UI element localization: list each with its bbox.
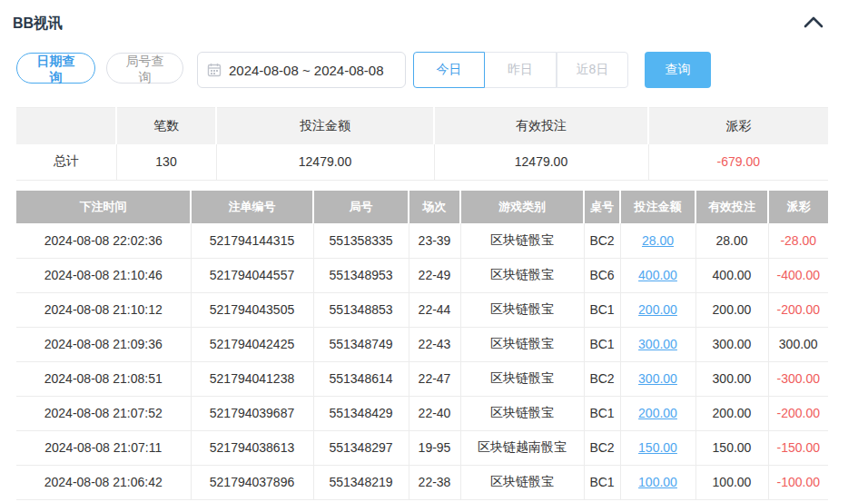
- bet-amount-link[interactable]: 200.00: [638, 406, 677, 420]
- cell-valid-bet: 300.00: [695, 361, 768, 396]
- cell-bet-time: 2024-08-08 21:08:51: [16, 361, 191, 396]
- bet-amount-link[interactable]: 100.00: [638, 475, 677, 489]
- cell-bet-amount: 100.00: [620, 465, 695, 499]
- cell-valid-bet: 150.00: [695, 430, 768, 465]
- summary-total-row: 总计 130 12479.00 12479.00 -679.00: [16, 144, 828, 181]
- date-range-value: 2024-08-08 ~ 2024-08-08: [229, 63, 384, 78]
- cell-order-id: 521794043505: [191, 292, 313, 327]
- cell-order-id: 521794041238: [191, 361, 313, 396]
- collapse-panel-button[interactable]: [799, 11, 828, 34]
- cell-payout: 300.00: [768, 327, 828, 361]
- table-row: 2024-08-08 21:08:51 521794041238 5513486…: [16, 361, 828, 396]
- cell-table-no: BC6: [584, 258, 620, 292]
- cell-game-type: 区块链骰宝: [460, 292, 584, 327]
- table-row: 2024-08-08 21:10:12 521794043505 5513488…: [16, 292, 828, 327]
- bet-amount-link[interactable]: 300.00: [638, 371, 677, 386]
- cell-game-type: 区块链骰宝: [460, 361, 584, 396]
- cell-session: 22-47: [409, 361, 460, 396]
- quick-range-group: 今日 昨日 近8日: [413, 52, 628, 88]
- cell-table-no: BC2: [584, 223, 620, 258]
- cell-session: 22-43: [409, 327, 460, 361]
- bet-amount-link[interactable]: 300.00: [638, 337, 677, 351]
- cell-round-id: 551348297: [313, 430, 409, 465]
- bet-amount-link[interactable]: 400.00: [638, 268, 677, 282]
- cell-round-id: 551348614: [313, 361, 409, 396]
- cell-bet-time: 2024-08-08 22:02:36: [16, 223, 191, 258]
- summary-bet-amount: 12479.00: [216, 144, 434, 181]
- table-row: 2024-08-08 21:07:11 521794038613 5513482…: [16, 430, 828, 465]
- cell-order-id: 521794039687: [191, 396, 313, 430]
- summary-header-row: 笔数 投注金额 有效投注 派彩: [16, 108, 828, 144]
- cell-valid-bet: 400.00: [695, 258, 768, 292]
- cell-payout: -150.00: [768, 430, 828, 465]
- cell-bet-time: 2024-08-08 21:07:52: [16, 396, 191, 430]
- header-valid-bet: 有效投注: [695, 191, 768, 223]
- cell-table-no: BC1: [584, 292, 620, 327]
- summary-payout: -679.00: [648, 144, 828, 181]
- cell-round-id: 551348219: [313, 465, 409, 499]
- summary-header-payout: 派彩: [648, 108, 828, 144]
- summary-header-count: 笔数: [116, 108, 216, 144]
- cell-bet-time: 2024-08-08 21:06:42: [16, 465, 191, 499]
- cell-order-id: 521794042425: [191, 327, 313, 361]
- tab-round-query[interactable]: 局号查询: [106, 53, 183, 84]
- cell-payout: -300.00: [768, 361, 828, 396]
- cell-session: 22-40: [409, 396, 460, 430]
- header-table-no: 桌号: [584, 191, 620, 223]
- date-range-input[interactable]: 2024-08-08 ~ 2024-08-08: [197, 52, 406, 88]
- cell-table-no: BC2: [584, 361, 620, 396]
- cell-game-type: 区块链骰宝: [460, 465, 584, 499]
- cell-table-no: BC1: [584, 327, 620, 361]
- cell-bet-amount: 300.00: [620, 361, 695, 396]
- cell-valid-bet: 200.00: [695, 292, 768, 327]
- summary-header-valid-bet: 有效投注: [434, 108, 648, 144]
- cell-payout: -200.00: [768, 396, 828, 430]
- cell-session: 22-38: [409, 465, 460, 499]
- bet-table-body: 2024-08-08 22:02:36 521794144315 5513583…: [16, 223, 828, 499]
- cell-bet-time: 2024-08-08 21:07:11: [16, 430, 191, 465]
- header-payout: 派彩: [768, 191, 828, 223]
- table-row: 2024-08-08 21:06:42 521794037896 5513482…: [16, 465, 828, 499]
- cell-payout: -28.00: [768, 223, 828, 258]
- header-order-id: 注单编号: [191, 191, 313, 223]
- cell-game-type: 区块链骰宝: [460, 258, 584, 292]
- header-round-id: 局号: [313, 191, 409, 223]
- cell-round-id: 551358335: [313, 223, 409, 258]
- cell-table-no: BC1: [584, 465, 620, 499]
- cell-bet-time: 2024-08-08 21:10:46: [16, 258, 191, 292]
- cell-round-id: 551348853: [313, 292, 409, 327]
- summary-header-empty: [16, 108, 116, 144]
- cell-valid-bet: 28.00: [695, 223, 768, 258]
- cell-table-no: BC1: [584, 396, 620, 430]
- cell-order-id: 521794044557: [191, 258, 313, 292]
- query-button[interactable]: 查询: [645, 52, 711, 88]
- tab-date-query[interactable]: 日期查询: [16, 53, 95, 84]
- bet-amount-link[interactable]: 28.00: [642, 233, 674, 248]
- bet-amount-link[interactable]: 150.00: [638, 440, 677, 455]
- bet-records-table: 下注时间 注单编号 局号 场次 游戏类别 桌号 投注金额 有效投注 派彩 202…: [16, 191, 828, 500]
- cell-valid-bet: 300.00: [695, 327, 768, 361]
- table-row: 2024-08-08 21:07:52 521794039687 5513484…: [16, 396, 828, 430]
- bet-amount-link[interactable]: 200.00: [638, 302, 677, 317]
- cell-payout: -100.00: [768, 465, 828, 499]
- quick-range-yesterday[interactable]: 昨日: [485, 52, 557, 88]
- cell-bet-time: 2024-08-08 21:09:36: [16, 327, 191, 361]
- quick-range-last8days[interactable]: 近8日: [557, 52, 628, 88]
- cell-game-type: 区块链骰宝: [460, 223, 584, 258]
- header-session: 场次: [409, 191, 460, 223]
- cell-valid-bet: 100.00: [695, 465, 768, 499]
- cell-payout: -400.00: [768, 258, 828, 292]
- cell-order-id: 521794037896: [191, 465, 313, 499]
- table-row: 2024-08-08 21:09:36 521794042425 5513487…: [16, 327, 828, 361]
- chevron-up-icon: [803, 17, 824, 31]
- summary-count: 130: [116, 144, 216, 181]
- bet-table-header-row: 下注时间 注单编号 局号 场次 游戏类别 桌号 投注金额 有效投注 派彩: [16, 191, 828, 223]
- quick-range-today[interactable]: 今日: [413, 52, 485, 88]
- cell-game-type: 区块链骰宝: [460, 327, 584, 361]
- page-title: BB视讯: [13, 15, 63, 34]
- cell-order-id: 521794038613: [191, 430, 313, 465]
- summary-valid-bet: 12479.00: [434, 144, 648, 181]
- bb-video-panel: BB视讯 日期查询 局号查询 2024-08-08 ~ 2024-08-08 今…: [0, 0, 868, 502]
- cell-bet-amount: 300.00: [620, 327, 695, 361]
- cell-bet-amount: 200.00: [620, 292, 695, 327]
